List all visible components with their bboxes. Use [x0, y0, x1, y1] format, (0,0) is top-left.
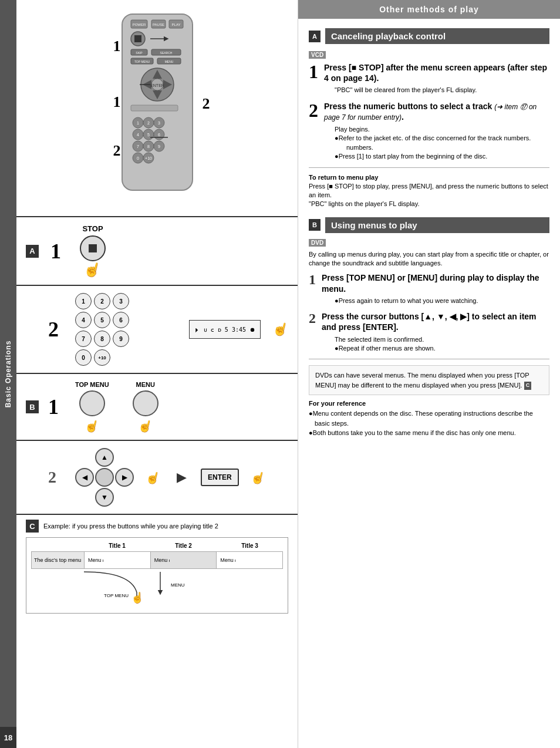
step-a2-sub2: ●Refer to the jacket etc. of the disc co… — [340, 134, 549, 143]
section-b-title: Using menus to play — [325, 217, 549, 233]
svg-text:6: 6 — [158, 133, 160, 137]
title-2: Title 2 — [150, 543, 217, 549]
numpad-5[interactable]: 5 — [94, 312, 110, 328]
step-b1-header: 1 Press [TOP MENU] or [MENU] during play… — [309, 272, 549, 294]
display-content: ⏵ ᴜ ᴄ ᴅ 5 3:45 ⏺ — [194, 326, 255, 333]
section-c: C Example: if you press the buttons whil… — [16, 515, 298, 748]
divider-b — [309, 359, 549, 359]
svg-text:POWER: POWER — [132, 23, 146, 26]
step-b1: 1 Press [TOP MENU] or [MENU] during play… — [309, 272, 549, 305]
d-pad-empty-br — [115, 488, 134, 507]
stop-button[interactable] — [80, 235, 106, 261]
numpad-10[interactable]: +10 — [94, 349, 110, 366]
remote-svg: POWER PAUSE PLAY SKIP SEARCH TOP MENU — [104, 8, 210, 202]
step-b1-text: Press [TOP MENU] or [MENU] during play t… — [322, 272, 549, 294]
for-ref-2: ●Both buttons take you to the same menu … — [315, 428, 549, 438]
hand-pointer-numpad-icon: ☝ — [271, 320, 290, 339]
c-diagram: Title 1 Title 2 Title 3 The disc's top m… — [26, 537, 288, 614]
svg-text:SEARCH: SEARCH — [160, 51, 172, 55]
svg-text:9: 9 — [158, 144, 160, 149]
enter-button[interactable]: ENTER — [201, 469, 239, 486]
step-a1-text: Press [■ STOP] after the menu screen app… — [324, 62, 549, 83]
stop-illustration: STOP ☝ — [80, 224, 106, 278]
play-arrow: ▶ — [177, 470, 187, 485]
step-2-num: 2 — [48, 317, 66, 342]
numpad-3[interactable]: 3 — [113, 293, 129, 309]
step-a2-sub3: ●Press [1] to start play from the beginn… — [340, 152, 549, 161]
numpad-7[interactable]: 7 — [75, 331, 92, 347]
svg-rect-8 — [134, 35, 141, 42]
svg-rect-24 — [131, 105, 178, 111]
numpad-9[interactable]: 9 — [113, 331, 129, 347]
svg-text:PAUSE: PAUSE — [153, 23, 164, 26]
hand-cursor-icon: ☝ — [144, 469, 161, 486]
remote-illustration-area: 1 1 2 2 POWER PAUSE PLAY — [16, 0, 298, 217]
format-vcd: VCD — [309, 50, 549, 62]
step-a1-header: 1 Press [■ STOP] after the menu screen a… — [309, 62, 549, 83]
svg-text:8: 8 — [147, 144, 150, 149]
d-pad-empty-tr — [115, 448, 134, 467]
section-a-title: Canceling playback control — [325, 28, 549, 44]
step-1-num: 1 — [50, 239, 68, 264]
d-pad-center[interactable] — [95, 468, 114, 487]
svg-text:TOP MENU: TOP MENU — [134, 60, 150, 63]
format-dvd: DVD — [309, 238, 549, 250]
numpad-6[interactable]: 6 — [113, 312, 129, 328]
content-area: A Canceling playback control VCD 1 Press… — [298, 19, 560, 748]
svg-text:2: 2 — [147, 121, 150, 125]
section-b-header: B Using menus to play — [309, 217, 549, 233]
svg-text:PLAY: PLAY — [171, 23, 180, 26]
menu-button[interactable] — [133, 390, 158, 416]
section-b-topmenu: B 1 TOP MENU ☝ MENU ☝ — [16, 374, 298, 441]
d-pad-right[interactable]: ▶ — [115, 468, 134, 487]
step-a2-sub1: Play begins. — [335, 125, 549, 134]
section-a-letter: A — [26, 245, 39, 258]
svg-text:TOP MENU: TOP MENU — [104, 593, 129, 598]
numpad-8[interactable]: 8 — [94, 331, 110, 347]
step-a2-content: Press the numeric buttons to select a tr… — [324, 101, 549, 123]
hand-menu-icon: ☝ — [136, 417, 154, 434]
note-text: Press [■ STOP] to stop play, press [MENU… — [309, 182, 549, 209]
section-b-intro: By calling up menus during play, you can… — [309, 250, 549, 268]
numpad-2[interactable]: 2 — [94, 293, 110, 309]
d-pad-up[interactable]: ▲ — [95, 448, 114, 467]
section-c-header: C Example: if you press the buttons whil… — [26, 520, 288, 533]
d-pad-empty-bl — [75, 488, 94, 507]
svg-text:3: 3 — [158, 121, 160, 125]
sidebar-label: Basic Operations — [4, 341, 12, 408]
hand-top-menu-icon: ☝ — [83, 417, 101, 434]
page-header: Other methods of play — [298, 0, 560, 19]
for-ref: For your reference ●Menu content depends… — [309, 400, 549, 438]
step-b1-sub: ●Press again to return to what you were … — [335, 296, 549, 305]
section-a-numpad: 2 1 2 3 4 5 6 7 8 9 0 +10 ⏵ ᴜ ᴄ ᴅ 5 3:45… — [16, 286, 298, 374]
step-b1-num: 1 — [48, 395, 66, 419]
step-b2-header: 2 Press the cursor buttons [▲, ▼, ◀, ▶] … — [309, 311, 549, 332]
step-b2: 2 Press the cursor buttons [▲, ▼, ◀, ▶] … — [309, 311, 549, 353]
for-ref-text: ●Menu content depends on the disc. These… — [309, 409, 549, 438]
vcd-badge: VCD — [309, 51, 326, 59]
divider-a — [309, 167, 549, 168]
svg-text:4: 4 — [137, 133, 139, 137]
hand-enter-icon: ☝ — [249, 469, 266, 486]
menu1-label: Menuı — [85, 552, 151, 568]
section-b-cursor: 2 ▲ ◀ ▶ ▼ ☝ ▶ ENTER ☝ — [16, 441, 298, 515]
section-a-stop: A 1 STOP ☝ — [16, 217, 298, 286]
svg-text:SKIP: SKIP — [136, 51, 143, 55]
b-buttons: TOP MENU ☝ MENU ☝ — [75, 381, 158, 433]
svg-text:MENU: MENU — [164, 60, 173, 63]
top-menu-label: TOP MENU — [75, 381, 109, 388]
d-pad-down[interactable]: ▼ — [95, 488, 114, 507]
top-menu-group: TOP MENU ☝ — [75, 381, 109, 433]
step-a1: 1 Press [■ STOP] after the menu screen a… — [309, 62, 549, 95]
step-b2-text: Press the cursor buttons [▲, ▼, ◀, ▶] to… — [322, 311, 549, 332]
for-ref-title: For your reference — [309, 400, 549, 407]
page-number: 18 — [0, 727, 16, 748]
d-pad-left[interactable]: ◀ — [75, 468, 94, 487]
numpad-4[interactable]: 4 — [75, 312, 92, 328]
menu2-label: Menuı — [151, 552, 217, 568]
numpad-1[interactable]: 1 — [75, 293, 92, 309]
step-a2-num: 2 — [309, 101, 318, 120]
top-menu-button[interactable] — [79, 390, 105, 416]
numpad-0[interactable]: 0 — [75, 349, 92, 366]
step-a2-text-main: Press the numeric buttons to select a tr… — [324, 102, 492, 111]
